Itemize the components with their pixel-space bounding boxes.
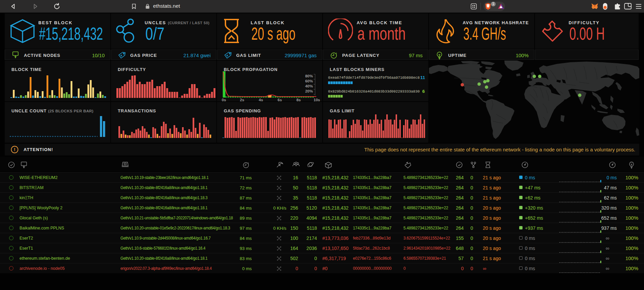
svg-text:!: ! — [14, 147, 15, 152]
